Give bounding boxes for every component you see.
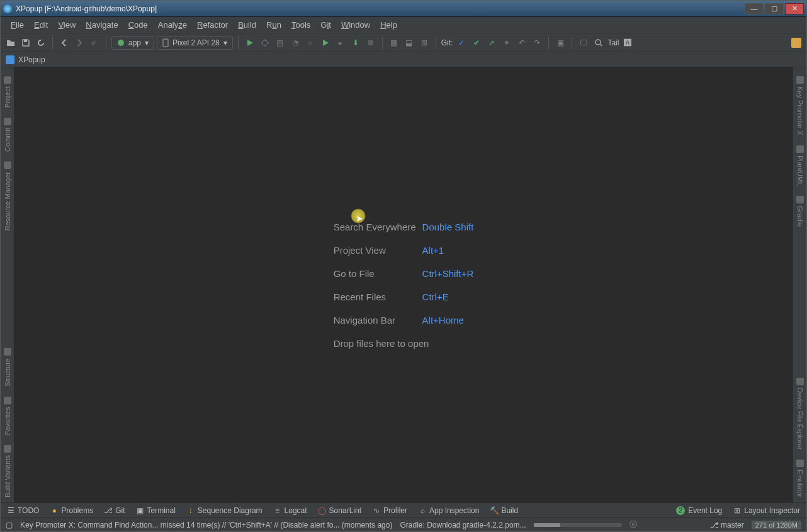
device-label: Pixel 2 API 28 [172, 38, 220, 47]
avd-icon[interactable]: ▦ [388, 37, 400, 49]
sidebar-item-gradle[interactable]: Gradle [795, 191, 805, 232]
hammer-icon[interactable] [88, 37, 101, 49]
sidebar-item-key-promoter[interactable]: Key Promoter X [795, 71, 805, 140]
tool-app-inspection[interactable]: ⌕App Inspection [419, 506, 479, 515]
tail-label[interactable]: Tail [607, 38, 619, 47]
git-label: Git: [441, 38, 453, 47]
menubar: File Edit View Navigate Code Analyze Ref… [1, 17, 806, 33]
back-icon[interactable] [58, 37, 71, 49]
layout-icon[interactable]: ⊞ [418, 37, 431, 49]
menu-run[interactable]: Run [261, 18, 286, 31]
toggle-tools-icon[interactable]: ▢ [6, 521, 13, 529]
sidebar-item-plantuml[interactable]: PlantUML [795, 140, 805, 191]
sidebar-item-commit[interactable]: Commit [3, 113, 13, 157]
git-rollback-icon[interactable]: ↷ [531, 37, 543, 49]
run-config-label: app [128, 38, 141, 47]
svg-point-3 [262, 40, 268, 45]
tool-sequence-diagram[interactable]: ⫶Sequence Diagram [187, 506, 262, 515]
tool-problems[interactable]: ●Problems [50, 506, 93, 515]
git-update-icon[interactable]: ✓ [455, 37, 468, 49]
device-selector[interactable]: Pixel 2 API 28 ▾ [157, 36, 233, 50]
menu-tools[interactable]: Tools [286, 18, 315, 31]
sidebar-item-favorites[interactable]: Favorites [3, 392, 13, 440]
editor-placeholder[interactable]: ➤ Search EverywhereDouble Shift Project … [14, 67, 793, 502]
account-icon[interactable] [790, 37, 803, 49]
menu-window[interactable]: Window [336, 18, 375, 31]
gradle-status: Gradle: Download gradle-4.2.2.pom... [400, 521, 526, 529]
menu-edit[interactable]: Edit [29, 18, 53, 31]
run-icon[interactable] [244, 37, 256, 49]
variant-icon [4, 445, 11, 453]
project-structure-icon[interactable]: ▣ [554, 37, 567, 49]
body: Project Commit Resource Manager Structur… [1, 67, 806, 502]
sidebar-item-project[interactable]: Project [3, 71, 13, 113]
hint-shortcut: Double Shift [422, 222, 474, 232]
git-commit-icon[interactable]: ✔ [470, 37, 483, 49]
run-anything-icon[interactable] [319, 37, 332, 49]
search-icon[interactable] [592, 37, 605, 49]
warning-icon: ● [50, 507, 58, 514]
sidebar-item-device-explorer[interactable]: Device File Explorer [795, 373, 805, 455]
tool-profiler[interactable]: ∿Profiler [373, 506, 407, 515]
git-push-icon[interactable]: ➚ [485, 37, 498, 49]
menu-navigate[interactable]: Navigate [81, 18, 123, 31]
translate-icon[interactable]: 🅰 [621, 37, 634, 49]
sidebar-item-structure[interactable]: Structure [3, 343, 13, 392]
tool-git[interactable]: ⎇Git [104, 506, 125, 515]
menu-code[interactable]: Code [123, 18, 153, 31]
layout-icon: ⊞ [733, 507, 741, 514]
plantuml-icon [796, 145, 804, 153]
more-run-icon[interactable]: ▸ [334, 37, 347, 49]
hint-label: Search Everywhere [334, 222, 416, 232]
sidebar-item-emulator[interactable]: Emulator [795, 455, 805, 502]
attach-icon[interactable]: ⟐ [304, 37, 317, 49]
run-config-selector[interactable]: app ▾ [111, 36, 154, 50]
inspect-icon: ⌕ [419, 507, 426, 514]
tool-sonarlint[interactable]: ◯SonarLint [319, 506, 361, 515]
menu-file[interactable]: File [6, 18, 29, 31]
tool-event-log[interactable]: 2Event Log [676, 506, 722, 515]
menu-git[interactable]: Git [315, 18, 336, 31]
git-history-icon[interactable]: ✦ [500, 37, 513, 49]
tool-logcat[interactable]: ≡Logcat [274, 506, 307, 515]
sidebar-item-build-variants[interactable]: Build Variants [3, 440, 13, 502]
sync-icon[interactable] [35, 37, 47, 49]
save-icon[interactable] [20, 37, 32, 49]
folder-icon [4, 76, 11, 84]
profile-icon[interactable]: ◔ [289, 37, 302, 49]
tool-todo[interactable]: ☰TODO [7, 506, 39, 515]
tool-build[interactable]: 🔨Build [490, 506, 518, 515]
memory-indicator[interactable]: 271 of 1280M [752, 521, 801, 529]
titlebar: XPopup [F:\Android-github\demo\XPopup] —… [1, 1, 806, 17]
close-button[interactable]: ✕ [785, 3, 804, 14]
breadcrumb-project[interactable]: XPopup [18, 55, 45, 64]
git-branch-widget[interactable]: ⎇ master [710, 521, 744, 529]
menu-analyze[interactable]: Analyze [153, 18, 192, 31]
cancel-icon[interactable]: ⓧ [629, 519, 637, 530]
sidebar-item-resource-manager[interactable]: Resource Manager [3, 157, 13, 236]
progress-bar[interactable] [534, 523, 622, 527]
coverage-icon[interactable]: ▤ [274, 37, 286, 49]
menu-refactor[interactable]: Refactor [192, 18, 233, 31]
minimize-button[interactable]: — [745, 3, 764, 14]
presentation-icon[interactable]: 🖵 [577, 37, 590, 49]
phone-icon [162, 38, 169, 47]
device-icon [796, 378, 804, 385]
menu-build[interactable]: Build [233, 18, 261, 31]
git-revert-icon[interactable]: ↶ [516, 37, 528, 49]
tool-layout-inspector[interactable]: ⊞Layout Inspector [733, 506, 800, 515]
sdk-icon[interactable]: ⬓ [403, 37, 415, 49]
menu-view[interactable]: View [53, 18, 81, 31]
emulator-icon [796, 460, 804, 467]
gradle-icon [796, 196, 804, 203]
maximize-button[interactable]: ▢ [765, 3, 784, 14]
hint-label: Recent Files [334, 291, 416, 302]
stop-icon[interactable] [364, 37, 377, 49]
debug-icon[interactable] [259, 37, 271, 49]
menu-help[interactable]: Help [375, 18, 402, 31]
drop-hint: Drop files here to open [334, 338, 474, 349]
apply-changes-icon[interactable]: ⬇ [349, 37, 362, 49]
tool-terminal[interactable]: ▣Terminal [136, 506, 175, 515]
forward-icon[interactable] [73, 37, 86, 49]
open-icon[interactable] [4, 37, 17, 49]
